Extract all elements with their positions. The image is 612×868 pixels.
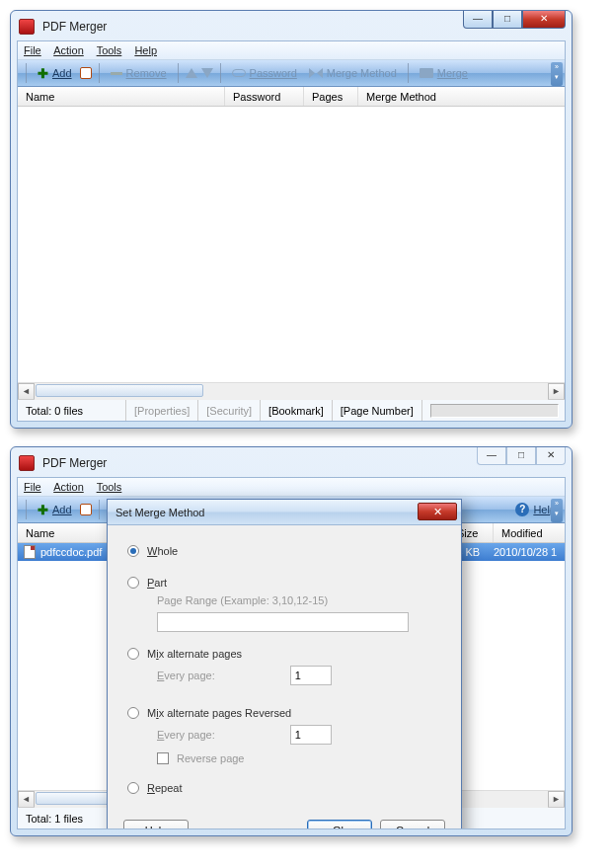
minimize-button[interactable]: — [477,447,506,465]
toolbar-overflow-button[interactable]: »▾ [551,499,563,522]
menubar: File Action Tools [18,478,565,497]
merge-icon [420,68,433,78]
scroll-thumb[interactable] [36,384,203,397]
column-password[interactable]: Password [225,87,304,106]
move-up-button[interactable] [186,68,197,78]
remove-button[interactable]: Remove [107,65,171,81]
menu-help[interactable]: Help [134,44,157,56]
column-pages[interactable]: Pages [304,87,358,106]
app-icon [19,455,35,471]
status-security[interactable]: [Security] [198,400,261,421]
maximize-button[interactable]: □ [493,11,522,29]
add-folder-icon[interactable] [80,504,92,515]
radio-part[interactable] [127,577,139,589]
scroll-right-button[interactable]: ► [548,791,565,808]
menu-action[interactable]: Action [53,481,84,493]
plus-icon: ✚ [38,503,48,517]
scroll-right-button[interactable]: ► [548,383,565,400]
every-page-label-1: Every page: [157,670,215,681]
status-bookmark[interactable]: [Bookmark] [261,400,333,421]
menu-tools[interactable]: Tools [97,481,122,493]
toolbar-overflow-button[interactable]: »▾ [551,62,563,86]
dialog-ok-button[interactable]: Ok [307,820,372,829]
merge-button[interactable]: Merge [416,65,472,81]
main-window-empty: PDF Merger — □ ✕ File Action Tools Help … [10,10,573,429]
app-icon [19,19,35,35]
label-whole: Whole [147,545,178,557]
scroll-track[interactable] [35,383,548,400]
status-properties[interactable]: [Properties] [126,400,198,421]
dialog-titlebar[interactable]: Set Merge Method ✕ [108,500,461,525]
dialog-help-button[interactable]: Help [123,820,189,829]
status-grip [430,404,559,418]
column-headers: Name Password Pages Merge Method [18,87,565,107]
window-title: PDF Merger [42,456,107,470]
option-part[interactable]: Part [127,577,441,589]
label-repeat: Repeat [147,782,182,794]
menu-file[interactable]: File [24,481,41,493]
column-modified[interactable]: Modified [494,523,565,542]
radio-mix-reversed[interactable] [127,707,139,719]
label-mix: Mix alternate pages [147,648,242,660]
radio-mix[interactable] [127,648,139,660]
label-reverse-page: Reverse page [177,752,245,764]
dialog-close-button[interactable]: ✕ [418,503,457,520]
plus-icon: ✚ [38,66,48,81]
close-button[interactable]: ✕ [522,11,566,29]
set-merge-method-dialog: Set Merge Method ✕ Whole Part Page Range… [107,499,462,829]
move-down-button[interactable] [201,68,213,78]
menu-tools[interactable]: Tools [97,44,122,56]
help-icon: ? [515,503,529,516]
scroll-left-button[interactable]: ◄ [18,383,35,400]
every-page-input-1[interactable] [290,666,332,685]
window-title: PDF Merger [42,20,107,34]
merge-method-button[interactable]: Merge Method [305,65,401,81]
minus-icon [111,72,122,75]
dialog-body: Whole Part Page Range (Example: 3,10,12-… [108,525,461,810]
every-page-label-2: Every page: [157,729,215,741]
scroll-left-button[interactable]: ◄ [18,791,35,808]
horizontal-scrollbar[interactable]: ◄ ► [18,382,565,399]
dialog-button-row: Help Ok Cancel [108,810,461,829]
radio-repeat[interactable] [127,782,139,794]
dialog-title: Set Merge Method [115,507,205,518]
window-controls: — □ ✕ [477,447,566,465]
maximize-button[interactable]: □ [506,447,536,465]
page-range-hint: Page Range (Example: 3,10,12-15) [157,594,441,606]
dialog-cancel-button[interactable]: Cancel [380,820,445,829]
status-total: Total: 0 files [18,400,126,421]
menu-file[interactable]: File [24,44,41,56]
label-part: Part [147,577,167,589]
file-list[interactable] [18,107,565,382]
status-page-number[interactable]: [Page Number] [333,400,422,421]
close-button[interactable]: ✕ [536,447,566,465]
label-mix-reversed: Mix alternate pages Reversed [147,707,291,719]
pdf-file-icon [24,545,36,559]
key-icon [232,69,246,77]
page-range-input[interactable] [157,612,409,632]
password-button[interactable]: Password [228,65,301,81]
column-name[interactable]: Name [18,87,225,106]
file-modified-cell: 2010/10/28 1 [494,546,565,558]
option-mix-reversed[interactable]: Mix alternate pages Reversed [127,707,441,719]
add-folder-icon[interactable] [80,67,92,79]
option-mix[interactable]: Mix alternate pages [127,648,441,660]
main-window-with-file: PDF Merger — □ ✕ File Action Tools ✚Add … [10,446,573,836]
radio-whole[interactable] [127,545,139,557]
option-repeat[interactable]: Repeat [127,782,441,794]
column-merge-method[interactable]: Merge Method [358,87,565,106]
checkbox-reverse-page[interactable] [157,752,169,764]
merge-method-icon [309,68,323,78]
add-button[interactable]: ✚Add [34,64,76,83]
menu-action[interactable]: Action [53,44,84,56]
menubar: File Action Tools Help [18,41,565,60]
minimize-button[interactable]: — [463,11,493,29]
add-button[interactable]: ✚Add [34,501,76,519]
every-page-input-2[interactable] [290,725,332,745]
option-whole[interactable]: Whole [127,545,441,557]
toolbar: ✚Add Remove Password Merge Method Merge … [18,60,565,87]
status-bar: Total: 0 files [Properties] [Security] [… [18,399,565,421]
window-controls: — □ ✕ [463,11,566,29]
